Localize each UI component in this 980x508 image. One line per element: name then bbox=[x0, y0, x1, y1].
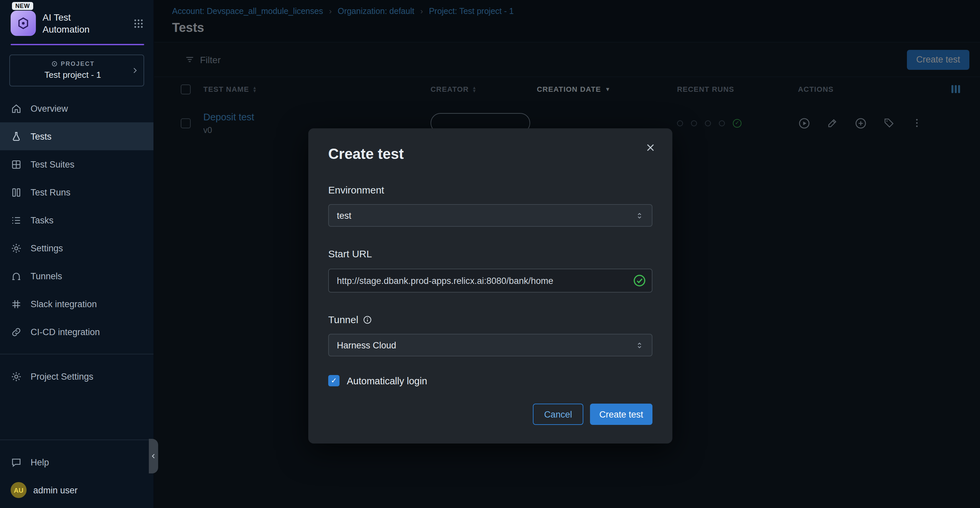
gear-icon bbox=[11, 371, 22, 382]
sidebar-item-test-runs[interactable]: Test Runs bbox=[0, 178, 153, 206]
tunnel-value: Harness Cloud bbox=[337, 340, 396, 350]
module-switcher-icon[interactable] bbox=[133, 18, 144, 29]
sidebar-item-label: CI-CD integration bbox=[30, 327, 100, 337]
project-name: Test project - 1 bbox=[17, 70, 129, 80]
app-title: AI Test Automation bbox=[43, 11, 100, 35]
project-icon bbox=[51, 61, 57, 67]
modal-create-test-button[interactable]: Create test bbox=[590, 404, 652, 425]
sidebar-item-test-suites[interactable]: Test Suites bbox=[0, 150, 153, 178]
sidebar-item-tests[interactable]: Tests bbox=[0, 122, 153, 150]
chevron-updown-icon bbox=[635, 341, 644, 350]
list-icon bbox=[11, 214, 22, 226]
close-icon[interactable] bbox=[644, 142, 656, 153]
start-url-label: Start URL bbox=[328, 248, 652, 259]
environment-select[interactable]: test bbox=[328, 204, 652, 227]
sidebar-item-overview[interactable]: Overview bbox=[0, 94, 153, 122]
sidebar-item-tasks[interactable]: Tasks bbox=[0, 206, 153, 234]
project-label-row: PROJECT bbox=[17, 61, 129, 67]
user-name: admin user bbox=[33, 485, 78, 495]
sidebar-item-label: Tasks bbox=[30, 215, 54, 225]
new-badge: NEW bbox=[12, 2, 33, 10]
auto-login-checkbox[interactable] bbox=[328, 375, 339, 386]
chevron-right-icon bbox=[131, 67, 139, 75]
avatar: AU bbox=[11, 482, 27, 498]
chat-bubble-icon bbox=[11, 457, 22, 468]
brand-underline bbox=[11, 44, 144, 45]
sidebar-divider bbox=[0, 354, 153, 355]
auto-login-row[interactable]: Automatically login bbox=[328, 375, 652, 386]
sidebar-item-slack-integration[interactable]: Slack integration bbox=[0, 290, 153, 318]
sidebar-bottom: Help AU admin user bbox=[0, 431, 153, 508]
sidebar-item-label: Test Suites bbox=[30, 159, 75, 169]
sidebar-item-label: Project Settings bbox=[30, 371, 93, 381]
chevron-left-icon bbox=[150, 453, 157, 460]
start-url-field-wrap bbox=[328, 268, 652, 292]
home-icon bbox=[11, 103, 22, 114]
slack-icon bbox=[11, 298, 22, 310]
tunnel-select[interactable]: Harness Cloud bbox=[328, 334, 652, 356]
sidebar-item-label: Slack integration bbox=[30, 299, 97, 309]
chevron-updown-icon bbox=[635, 211, 644, 220]
environment-label: Environment bbox=[328, 184, 652, 195]
tunnel-label: Tunnel bbox=[328, 314, 652, 325]
user-menu[interactable]: AU admin user bbox=[0, 476, 153, 508]
cancel-button[interactable]: Cancel bbox=[533, 404, 583, 425]
sidebar-nav: Overview Tests Test Suites Test Runs Tas… bbox=[0, 94, 153, 390]
sidebar-collapse-handle[interactable] bbox=[149, 439, 158, 473]
flask-icon bbox=[11, 131, 22, 142]
sidebar-item-label: Tests bbox=[30, 131, 51, 141]
environment-value: test bbox=[337, 211, 352, 220]
app-logo bbox=[11, 11, 36, 36]
sidebar-item-label: Overview bbox=[30, 104, 68, 113]
auto-login-label: Automatically login bbox=[347, 375, 427, 386]
sidebar-item-label: Test Runs bbox=[30, 187, 70, 197]
sidebar-item-label: Help bbox=[30, 457, 49, 467]
sidebar-item-tunnels[interactable]: Tunnels bbox=[0, 262, 153, 290]
sidebar-item-label: Tunnels bbox=[30, 271, 62, 281]
start-url-input[interactable] bbox=[328, 268, 652, 292]
sidebar-item-help[interactable]: Help bbox=[0, 448, 153, 476]
modal-footer: Cancel Create test bbox=[328, 404, 652, 425]
sidebar-item-settings[interactable]: Settings bbox=[0, 234, 153, 262]
logo-glyph bbox=[16, 16, 30, 30]
sidebar-item-project-settings[interactable]: Project Settings bbox=[0, 363, 153, 390]
sidebar-divider bbox=[0, 439, 153, 440]
info-icon[interactable] bbox=[363, 315, 372, 324]
sidebar: NEW AI Test Automation bbox=[0, 0, 154, 508]
modal-title: Create test bbox=[328, 145, 652, 163]
link-icon bbox=[11, 326, 22, 337]
sidebar-item-label: Settings bbox=[30, 243, 63, 253]
create-test-modal: Create test Environment test Start URL T… bbox=[308, 128, 672, 444]
gear-icon bbox=[11, 242, 22, 254]
app-window: NEW AI Test Automation bbox=[0, 0, 980, 508]
project-selector[interactable]: PROJECT Test project - 1 bbox=[9, 54, 144, 86]
valid-check-icon bbox=[633, 274, 646, 288]
grid-icon bbox=[11, 158, 22, 170]
tunnel-icon bbox=[11, 270, 22, 281]
columns-bars-icon bbox=[11, 187, 22, 198]
project-label: PROJECT bbox=[61, 61, 95, 67]
sidebar-item-cicd-integration[interactable]: CI-CD integration bbox=[0, 318, 153, 346]
